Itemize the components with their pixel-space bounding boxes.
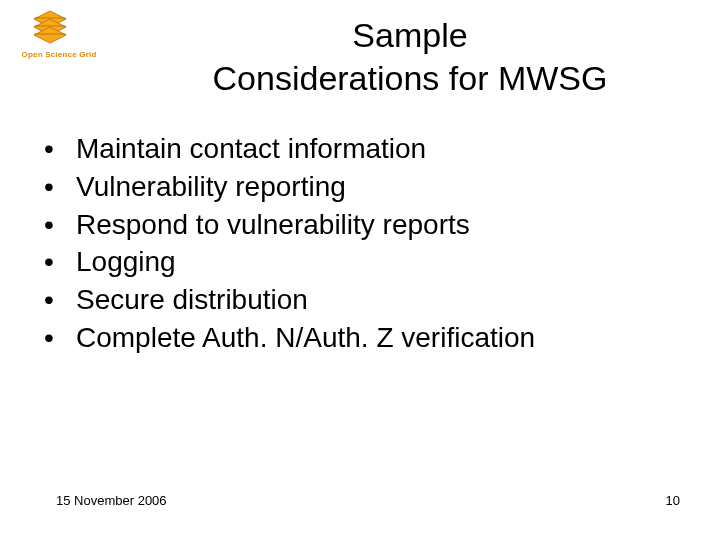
bullet-icon: • — [40, 281, 76, 319]
title-line-2: Considerations for MWSG — [213, 59, 608, 97]
list-item: •Maintain contact information — [40, 130, 680, 168]
bullet-text: Vulnerability reporting — [76, 168, 346, 206]
logo: Open Science Grid — [14, 10, 104, 59]
logo-label: Open Science Grid — [14, 50, 104, 59]
bullet-text: Logging — [76, 243, 176, 281]
title-line-1: Sample — [352, 16, 467, 54]
bullet-text: Secure distribution — [76, 281, 308, 319]
bullet-icon: • — [40, 168, 76, 206]
bullet-text: Complete Auth. N/Auth. Z verification — [76, 319, 535, 357]
list-item: •Secure distribution — [40, 281, 680, 319]
list-item: •Logging — [40, 243, 680, 281]
list-item: •Complete Auth. N/Auth. Z verification — [40, 319, 680, 357]
bullet-list: •Maintain contact information •Vulnerabi… — [40, 130, 680, 357]
bullet-icon: • — [40, 319, 76, 357]
logo-icon — [14, 10, 86, 48]
slide-title: Sample Considerations for MWSG — [130, 14, 690, 99]
footer-date: 15 November 2006 — [56, 493, 167, 508]
bullet-icon: • — [40, 206, 76, 244]
bullet-icon: • — [40, 243, 76, 281]
list-item: •Respond to vulnerability reports — [40, 206, 680, 244]
bullet-text: Respond to vulnerability reports — [76, 206, 470, 244]
footer-page-number: 10 — [666, 493, 680, 508]
bullet-icon: • — [40, 130, 76, 168]
list-item: •Vulnerability reporting — [40, 168, 680, 206]
bullet-text: Maintain contact information — [76, 130, 426, 168]
